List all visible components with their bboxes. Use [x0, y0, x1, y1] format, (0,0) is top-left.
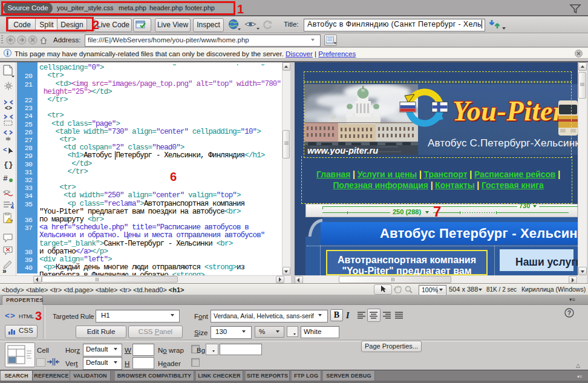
svg-text:?: ? [567, 309, 571, 316]
